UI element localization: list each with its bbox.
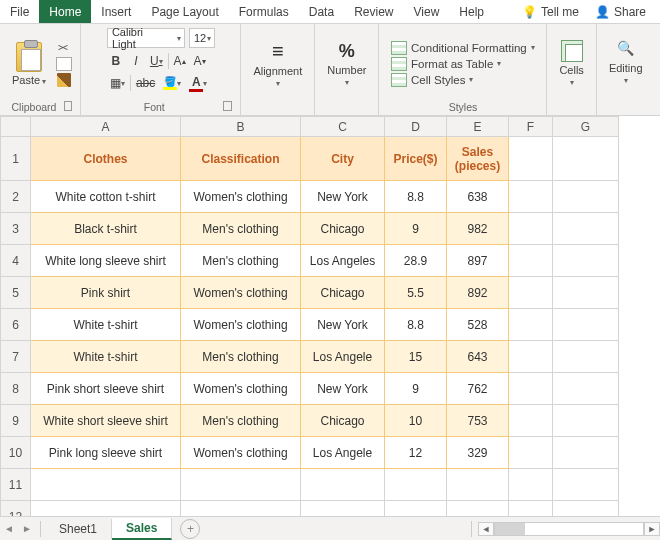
cell-E2[interactable]: 638 <box>447 181 509 213</box>
cell-C8[interactable]: New York <box>301 373 385 405</box>
cut-button[interactable] <box>56 41 72 55</box>
cell-C10[interactable]: Los Angele <box>301 437 385 469</box>
cell-A12[interactable] <box>31 501 181 517</box>
new-sheet-button[interactable]: + <box>180 519 200 539</box>
font-color-button[interactable]: A▾ <box>186 74 210 92</box>
grow-font-button[interactable]: A▴ <box>171 52 189 70</box>
cell-F3[interactable] <box>509 213 553 245</box>
share-button[interactable]: 👤 Share <box>589 5 652 19</box>
cell-B10[interactable]: Women's clothing <box>181 437 301 469</box>
cell-F6[interactable] <box>509 309 553 341</box>
cell-A4[interactable]: White long sleeve shirt <box>31 245 181 277</box>
cell-A10[interactable]: Pink long sleeve shirt <box>31 437 181 469</box>
row-header-7[interactable]: 7 <box>1 341 31 373</box>
cell-F9[interactable] <box>509 405 553 437</box>
number-button[interactable]: %Number▾ <box>323 39 370 89</box>
cell-D12[interactable] <box>385 501 447 517</box>
cell-B5[interactable]: Women's clothing <box>181 277 301 309</box>
row-header-6[interactable]: 6 <box>1 309 31 341</box>
cell-A5[interactable]: Pink shirt <box>31 277 181 309</box>
cell-A11[interactable] <box>31 469 181 501</box>
tab-home[interactable]: Home <box>39 0 91 23</box>
cell-A6[interactable]: White t-shirt <box>31 309 181 341</box>
cell-B6[interactable]: Women's clothing <box>181 309 301 341</box>
cell-C1[interactable]: City <box>301 137 385 181</box>
cell-G4[interactable] <box>553 245 619 277</box>
font-size-select[interactable]: 12▾ <box>189 28 215 48</box>
col-header-C[interactable]: C <box>301 117 385 137</box>
row-header-1[interactable]: 1 <box>1 137 31 181</box>
cell-G11[interactable] <box>553 469 619 501</box>
tab-file[interactable]: File <box>0 0 39 23</box>
cell-F8[interactable] <box>509 373 553 405</box>
cell-D4[interactable]: 28.9 <box>385 245 447 277</box>
col-header-G[interactable]: G <box>553 117 619 137</box>
cell-D2[interactable]: 8.8 <box>385 181 447 213</box>
tell-me[interactable]: 💡 Tell me <box>516 5 585 19</box>
cell-E7[interactable]: 643 <box>447 341 509 373</box>
cell-B9[interactable]: Men's clothing <box>181 405 301 437</box>
hscroll-thumb[interactable] <box>495 523 525 535</box>
sheet-nav-prev[interactable]: ◄ <box>0 523 18 534</box>
cell-E4[interactable]: 897 <box>447 245 509 277</box>
hscroll-right[interactable]: ► <box>644 522 660 536</box>
tab-insert[interactable]: Insert <box>91 0 141 23</box>
cell-E9[interactable]: 753 <box>447 405 509 437</box>
font-name-select[interactable]: Calibri Light▾ <box>107 28 185 48</box>
cell-G3[interactable] <box>553 213 619 245</box>
cell-B3[interactable]: Men's clothing <box>181 213 301 245</box>
fill-color-button[interactable]: 🪣▾ <box>160 74 184 92</box>
cell-E11[interactable] <box>447 469 509 501</box>
cell-B11[interactable] <box>181 469 301 501</box>
cell-A8[interactable]: Pink short sleeve shirt <box>31 373 181 405</box>
sheet-tab-sheet1[interactable]: Sheet1 <box>45 519 112 539</box>
cell-E10[interactable]: 329 <box>447 437 509 469</box>
cell-D3[interactable]: 9 <box>385 213 447 245</box>
tab-view[interactable]: View <box>404 0 450 23</box>
cell-D9[interactable]: 10 <box>385 405 447 437</box>
col-header-B[interactable]: B <box>181 117 301 137</box>
cell-F7[interactable] <box>509 341 553 373</box>
cell-F10[interactable] <box>509 437 553 469</box>
cell-G12[interactable] <box>553 501 619 517</box>
cell-E6[interactable]: 528 <box>447 309 509 341</box>
cell-F2[interactable] <box>509 181 553 213</box>
cell-C12[interactable] <box>301 501 385 517</box>
cell-C11[interactable] <box>301 469 385 501</box>
cell-G8[interactable] <box>553 373 619 405</box>
clipboard-launcher[interactable] <box>64 101 72 111</box>
cell-B1[interactable]: Classification <box>181 137 301 181</box>
editing-button[interactable]: Editing▾ <box>605 40 647 87</box>
cell-D6[interactable]: 8.8 <box>385 309 447 341</box>
cell-C9[interactable]: Chicago <box>301 405 385 437</box>
hscroll-track[interactable] <box>494 522 644 536</box>
row-header-12[interactable]: 12 <box>1 501 31 517</box>
cell-D11[interactable] <box>385 469 447 501</box>
cell-C2[interactable]: New York <box>301 181 385 213</box>
cell-E12[interactable] <box>447 501 509 517</box>
cell-D8[interactable]: 9 <box>385 373 447 405</box>
cell-F4[interactable] <box>509 245 553 277</box>
bold-button[interactable]: B <box>107 52 125 70</box>
cell-A3[interactable]: Black t-shirt <box>31 213 181 245</box>
cell-C7[interactable]: Los Angele <box>301 341 385 373</box>
row-header-4[interactable]: 4 <box>1 245 31 277</box>
cell-C5[interactable]: Chicago <box>301 277 385 309</box>
tab-data[interactable]: Data <box>299 0 344 23</box>
sheet-nav-next[interactable]: ► <box>18 523 36 534</box>
cell-B4[interactable]: Men's clothing <box>181 245 301 277</box>
italic-button[interactable]: I <box>127 52 145 70</box>
cell-D5[interactable]: 5.5 <box>385 277 447 309</box>
cell-F11[interactable] <box>509 469 553 501</box>
cell-G7[interactable] <box>553 341 619 373</box>
cell-G6[interactable] <box>553 309 619 341</box>
cell-C4[interactable]: Los Angeles <box>301 245 385 277</box>
copy-button[interactable] <box>56 57 72 71</box>
alignment-button[interactable]: ≡Alignment▾ <box>249 38 306 90</box>
cell-F1[interactable] <box>509 137 553 181</box>
col-header-F[interactable]: F <box>509 117 553 137</box>
cell-B7[interactable]: Men's clothing <box>181 341 301 373</box>
cell-F5[interactable] <box>509 277 553 309</box>
underline-button[interactable]: U▾ <box>147 52 166 70</box>
col-header-A[interactable]: A <box>31 117 181 137</box>
